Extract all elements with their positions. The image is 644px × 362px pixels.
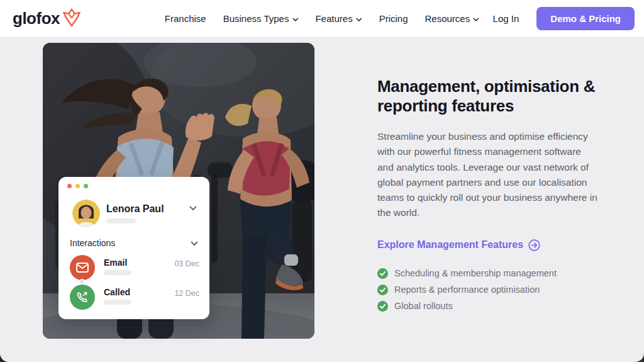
checklist-text: Reports & performance optimisation: [394, 285, 540, 295]
arrow-right-circle-icon: [528, 239, 540, 251]
interaction-type: Called: [104, 287, 130, 297]
nav-label: Franchise: [165, 13, 206, 24]
close-window-icon[interactable]: [67, 184, 72, 188]
minimize-window-icon[interactable]: [75, 184, 80, 188]
main-nav: Franchise Business Types Features Pricin…: [165, 13, 479, 24]
nav-label: Resources: [425, 13, 470, 24]
checklist-item: Scheduling & membership management: [377, 268, 611, 279]
nav-label: Business Types: [223, 13, 289, 24]
chevron-down-icon: [292, 18, 298, 21]
chevron-down-icon: [191, 241, 198, 246]
placeholder-bar: [104, 270, 131, 275]
nav-label: Features: [315, 13, 352, 24]
nav-item-franchise[interactable]: Franchise: [165, 13, 206, 24]
top-navigation-bar: glofox Franchise Business Types Features…: [0, 0, 644, 37]
fox-icon: [62, 8, 81, 30]
nav-item-business-types[interactable]: Business Types: [223, 13, 299, 24]
placeholder-bar: [107, 218, 136, 223]
placeholder-bar: [104, 300, 131, 305]
checklist-item: Reports & performance optimisation: [377, 285, 611, 295]
feature-copy: Management, optimisation & reporting fea…: [377, 77, 611, 312]
maximize-window-icon[interactable]: [84, 184, 88, 188]
checklist-text: Global rollouts: [394, 301, 453, 311]
chevron-down-icon[interactable]: [189, 206, 197, 210]
section-paragraph: Streamline your business and optimise ef…: [377, 129, 599, 221]
interactions-label: Interactions: [70, 238, 115, 248]
checklist-item: Global rollouts: [377, 301, 611, 312]
interaction-date: 12 Dec: [174, 289, 199, 298]
check-circle-icon: [377, 268, 388, 279]
checklist-text: Scheduling & membership management: [394, 268, 557, 278]
interaction-row-email[interactable]: Email 03 Dec: [70, 255, 199, 281]
header-actions: Log In Demo & Pricing: [493, 7, 635, 30]
avatar: [72, 200, 100, 227]
check-circle-icon: [377, 301, 388, 312]
explore-management-features-link[interactable]: Explore Management Features: [377, 239, 540, 251]
window-controls: [67, 184, 88, 188]
contact-header: Lenora Paul: [72, 198, 198, 231]
interactions-header[interactable]: Interactions: [70, 238, 198, 248]
chevron-down-icon: [473, 18, 479, 21]
contact-name: Lenora Paul: [106, 203, 164, 215]
interaction-row-called[interactable]: Called 12 Dec: [70, 285, 199, 311]
nav-label: Pricing: [379, 13, 408, 24]
email-icon: [70, 255, 95, 280]
demo-pricing-button[interactable]: Demo & Pricing: [536, 7, 635, 30]
crm-contact-card: Lenora Paul Interactions Email 03 Dec Ca…: [58, 177, 209, 319]
nav-item-features[interactable]: Features: [315, 13, 362, 24]
nav-item-pricing[interactable]: Pricing: [379, 13, 408, 24]
nav-item-resources[interactable]: Resources: [425, 13, 480, 24]
interaction-type: Email: [104, 257, 127, 268]
glofox-logo[interactable]: glofox: [13, 8, 81, 30]
section-heading: Management, optimisation & reporting fea…: [377, 77, 604, 116]
phone-call-icon: [70, 285, 95, 310]
timeline-dot: [79, 279, 85, 285]
feature-checklist: Scheduling & membership management Repor…: [377, 268, 611, 312]
logo-text: glofox: [13, 9, 60, 28]
login-link[interactable]: Log In: [493, 13, 519, 24]
check-circle-icon: [377, 285, 388, 295]
interaction-date: 03 Dec: [174, 259, 199, 268]
chevron-down-icon: [356, 18, 362, 21]
explore-link-label: Explore Management Features: [377, 239, 523, 251]
